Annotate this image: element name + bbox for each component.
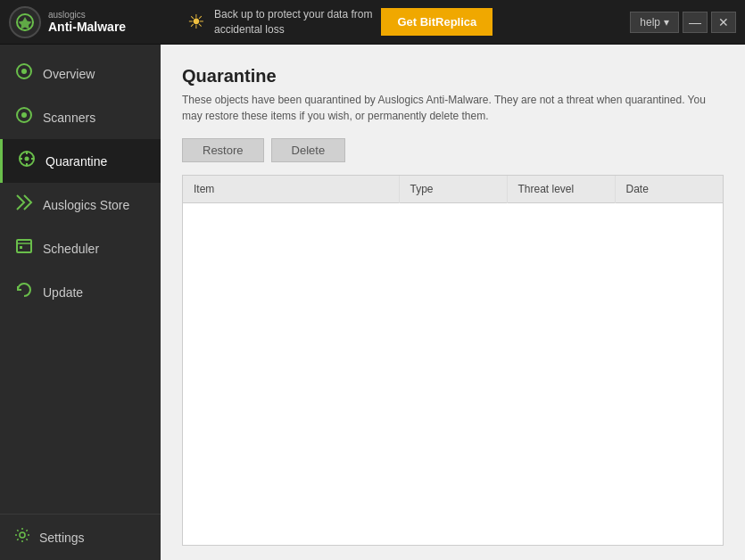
backup-promo: ☀ Back up to protect your data from acci… xyxy=(170,7,630,37)
get-bitreplica-button[interactable]: Get BitReplica xyxy=(381,8,493,36)
close-button[interactable]: ✕ xyxy=(711,12,736,33)
sidebar-item-settings[interactable]: Settings xyxy=(0,514,161,560)
delete-button[interactable]: Delete xyxy=(271,138,346,162)
svg-point-5 xyxy=(21,112,27,118)
svg-rect-14 xyxy=(20,246,22,249)
main-layout: Overview Scanners Quarantine xyxy=(0,45,745,560)
logo-text: auslogics Anti-Malware xyxy=(48,10,126,34)
sidebar-item-scanners[interactable]: Scanners xyxy=(0,95,161,139)
product-name: Anti-Malware xyxy=(48,20,126,34)
sidebar-item-store-label: Auslogics Store xyxy=(43,198,129,212)
brand-name: auslogics xyxy=(48,10,126,20)
quarantine-icon xyxy=(17,150,37,172)
settings-icon xyxy=(14,527,30,548)
svg-rect-12 xyxy=(17,240,31,252)
svg-point-15 xyxy=(20,532,25,538)
col-item: Item xyxy=(183,176,399,203)
sidebar-item-quarantine-label: Quarantine xyxy=(46,154,107,169)
scheduler-icon xyxy=(14,237,34,259)
sidebar-item-overview-label: Overview xyxy=(43,67,95,81)
sidebar-item-scheduler[interactable]: Scheduler xyxy=(0,226,161,270)
sidebar-item-scheduler-label: Scheduler xyxy=(43,242,99,256)
backup-icon: ☀ xyxy=(187,11,205,34)
app-logo: auslogics Anti-Malware xyxy=(9,6,170,38)
sidebar-item-update-label: Update xyxy=(43,285,83,300)
minimize-button[interactable]: — xyxy=(683,12,708,33)
content-area: Quarantine These objects have been quara… xyxy=(161,45,745,560)
overview-icon xyxy=(14,62,34,85)
action-toolbar: Restore Delete xyxy=(182,138,724,162)
sidebar-item-scanners-label: Scanners xyxy=(43,111,95,125)
quarantine-table: Item Type Threat level Date xyxy=(183,176,723,203)
quarantine-table-wrap: Item Type Threat level Date xyxy=(182,175,724,546)
sidebar-item-overview[interactable]: Overview xyxy=(0,52,161,95)
store-icon xyxy=(14,194,34,216)
update-icon xyxy=(14,281,34,303)
col-type: Type xyxy=(399,176,507,203)
sidebar-settings-label: Settings xyxy=(39,531,85,545)
help-button[interactable]: help ▾ xyxy=(630,12,679,33)
col-threat-level: Threat level xyxy=(507,176,615,203)
logo-icon xyxy=(9,6,41,38)
svg-point-3 xyxy=(21,69,27,74)
table-header: Item Type Threat level Date xyxy=(183,176,723,203)
svg-point-7 xyxy=(25,157,29,161)
sidebar-item-quarantine[interactable]: Quarantine xyxy=(0,139,161,183)
sidebar: Overview Scanners Quarantine xyxy=(0,45,161,560)
backup-text: Back up to protect your data from accide… xyxy=(214,7,372,37)
page-title: Quarantine xyxy=(182,66,724,86)
sidebar-item-update[interactable]: Update xyxy=(0,270,161,314)
sidebar-item-auslogics-store[interactable]: Auslogics Store xyxy=(0,183,161,226)
scanners-icon xyxy=(14,106,34,128)
page-description: These objects have been quarantined by A… xyxy=(182,92,724,124)
window-controls: help ▾ — ✕ xyxy=(630,12,736,33)
titlebar: auslogics Anti-Malware ☀ Back up to prot… xyxy=(0,0,745,45)
chevron-down-icon: ▾ xyxy=(664,16,669,29)
col-date: Date xyxy=(615,176,723,203)
svg-marker-1 xyxy=(19,17,32,29)
restore-button[interactable]: Restore xyxy=(182,138,264,162)
